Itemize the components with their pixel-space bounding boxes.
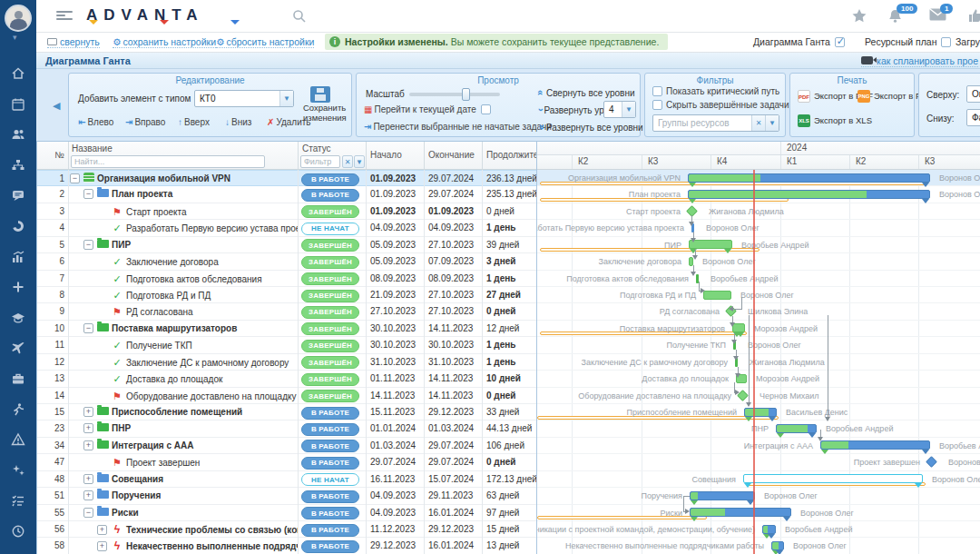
view-resource-load-checkbox[interactable]: Загрузка ресурсов [956,36,980,47]
home-icon[interactable] [0,64,36,87]
users-icon[interactable] [0,124,36,148]
task-bar[interactable] [703,291,731,300]
task-bar[interactable] [776,424,817,433]
export-pdf-button[interactable]: PDFЭкспорт в PDF [798,90,865,103]
reset-settings-link[interactable]: ⚙сбросить настройки [216,36,314,48]
table-row[interactable]: 34+Интеграция с АААВ РАБОТЕ01.03.202429.… [37,438,536,454]
plus-icon[interactable] [0,277,36,301]
task-bar[interactable] [688,173,930,183]
table-row[interactable]: 6✓Заключение договораЗАВЕРШЁН05.09.20230… [37,253,536,270]
table-row[interactable]: 14⚑Оборудование доставлено на площадкуЗА… [37,388,536,404]
table-row[interactable]: 4✓Разработать Первую версию устава проек… [37,220,536,236]
expand-all-button[interactable]: « Развернуть все уровни [538,122,643,133]
table-row[interactable]: 23+ПНРВ РАБОТЕ01.01.202401.03.202444.13 … [37,420,536,437]
milestone-diamond[interactable] [926,456,937,468]
chevron-down-icon[interactable]: ▼ [765,115,779,131]
export-png-button[interactable]: PNGЭкспорт в PNG [858,90,925,103]
table-row[interactable]: 9⚑РД согласованаЗАВЕРШЁН27.10.202327.10.… [37,303,536,320]
table-row[interactable]: 13✓Доставка до площадокЗАВЕРШЁН01.11.202… [37,371,536,387]
collapse-all-button[interactable]: « Свернуть все уровни [538,87,635,98]
collapse-toggle[interactable]: − [83,323,93,333]
move-left-button[interactable]: ⇤Влево [78,117,113,127]
chevron-down-icon[interactable]: ▼ [279,91,293,106]
table-row[interactable]: 56+ϟТехнические проблемы со связью (комм… [37,521,536,538]
table-row[interactable]: 10−Поставка маршрутизаторовЗАВЕРШЁН30.10… [37,321,536,337]
chevron-down-icon[interactable]: ▼ [622,102,635,117]
task-bar[interactable] [690,491,755,500]
checkbox-icon[interactable] [481,104,491,114]
calendar-icon[interactable] [0,94,36,118]
clear-x-icon[interactable]: ✕ [751,115,765,131]
goto-current-date-button[interactable]: ▦Перейти к текущей дате [364,104,491,114]
thumbs-up-icon[interactable] [967,8,980,26]
view-resource-plan-checkbox[interactable]: Ресурсный план [865,36,951,47]
table-row[interactable]: 2−План проектаВ РАБОТЕ01.09.202329.07.20… [37,186,536,203]
bar-chart-icon[interactable] [0,247,36,271]
collapse-link[interactable]: свернуть [47,36,100,48]
checkbox-checked-icon[interactable] [835,37,845,47]
hierarchy-icon[interactable] [0,155,36,179]
collapse-toggle[interactable]: − [70,173,80,183]
delete-button[interactable]: ✗Удалить [267,117,311,127]
task-bar[interactable] [744,408,777,417]
menu-toggle-icon[interactable] [56,9,73,22]
table-row[interactable]: 51+ПорученияВ РАБОТЕ04.09.202329.11.2023… [37,488,536,504]
avatar-menu-chevron-icon[interactable]: ▾ [13,33,17,42]
table-row[interactable]: 11✓Получение ТКПЗАВЕРШЁН30.10.202330.10.… [37,337,536,353]
col-start-header[interactable]: Начало [370,150,402,160]
task-bar[interactable] [771,541,784,550]
checklist-icon[interactable] [0,490,36,514]
table-row[interactable]: 58+ϟНекачественно выполненные подрядчика… [37,538,536,554]
table-row[interactable]: 55−РискиВ РАБОТЕ04.09.202316.01.202497 д… [37,505,536,521]
table-row[interactable]: 12✓Заключение ДС к рамочному договоруЗАВ… [37,354,536,371]
search-icon[interactable] [292,9,307,27]
table-row[interactable]: 7✓Подготовка актов обследованияЗАВЕРШЁН0… [37,271,536,287]
expand-toggle[interactable]: + [97,525,107,535]
table-row[interactable]: 48+СовещанияНЕ НАЧАТ16.11.202315.07.2024… [37,471,536,488]
save-settings-link[interactable]: ⚙сохранить настройки [113,36,216,48]
col-duration-header[interactable]: Продолжительность [486,150,536,160]
expand-toggle[interactable]: + [83,423,93,433]
sparkles-icon[interactable] [0,460,36,484]
status-filter-input[interactable] [300,155,340,168]
task-bar[interactable] [688,190,930,199]
col-end-header[interactable]: Окончание [428,150,475,160]
plane-icon[interactable] [0,338,36,361]
show-critical-path-checkbox[interactable]: Показать критический путь [652,86,779,96]
collapse-toggle[interactable]: − [83,189,93,199]
expand-toggle[interactable]: + [97,541,107,551]
col-status-header[interactable]: Статус [302,143,331,153]
top-layer-select[interactable]: Опер [966,85,980,103]
favorites-star-icon[interactable] [851,8,867,27]
avatar[interactable] [5,5,32,32]
move-unstarted-tasks-button[interactable]: ⇥Перенести выбранные не начатые задачи [364,122,552,132]
resource-groups-select[interactable]: Группы ресурсов ✕ ▼ [652,114,779,132]
expand-toggle[interactable]: + [83,474,93,484]
donut-chart-icon[interactable] [0,216,36,240]
runner-icon[interactable] [0,400,36,423]
task-bar[interactable] [762,525,776,534]
graduation-icon[interactable] [0,308,36,331]
warning-icon[interactable] [0,430,36,453]
expand-toggle[interactable]: + [83,407,93,417]
move-right-button[interactable]: ⇥Вправо [125,117,165,127]
collapse-toolbar-arrow[interactable]: ◀ [53,100,60,112]
clock-icon[interactable] [0,521,36,545]
briefcase-icon[interactable] [0,369,36,392]
element-type-select[interactable]: КТ0▼ [194,90,294,107]
table-row[interactable]: 47⚑Проект завершенВ РАБОТЕ29.07.202429.0… [37,454,536,470]
col-name-header[interactable]: Название [72,143,113,153]
collapse-toggle[interactable]: − [83,508,93,518]
slider-handle[interactable] [462,88,470,101]
table-row[interactable]: 3⚑Старт проектаЗАВЕРШЁН01.09.202301.09.2… [37,203,536,220]
expand-level-select[interactable]: 4▼ [603,101,636,118]
export-xls-button[interactable]: XLSЭкспорт в XLS [798,114,865,127]
how-to-plan-link[interactable]: как спланировать прое [861,55,978,67]
scale-slider[interactable] [409,93,500,96]
notifications-bell-icon[interactable]: 100 [887,8,903,27]
checkbox-icon[interactable] [941,37,951,47]
view-gantt-checkbox[interactable]: Диаграмма Ганта [753,36,845,47]
messages-mail-icon[interactable]: 1 [929,8,946,25]
move-up-button[interactable]: ↑Вверх [178,117,210,127]
move-down-button[interactable]: ↓Вниз [225,117,251,127]
